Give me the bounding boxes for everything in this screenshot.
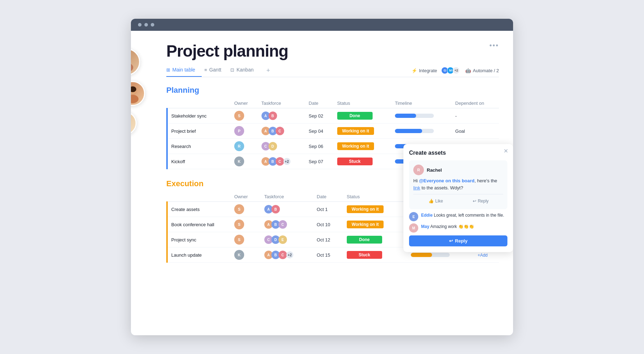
reply-action-label: Reply [478, 199, 489, 204]
taskforce-avatars: AB [261, 112, 302, 120]
col-task-planning [167, 98, 231, 108]
integrate-button[interactable]: ⚡ Integrate [412, 68, 437, 73]
taskforce-avatars: CDE [264, 235, 310, 244]
taskforce-avatars: AB [264, 205, 310, 213]
tab-gantt-label: Gantt [209, 67, 221, 73]
replies-container: EEddie Looks great, left comments in the… [409, 212, 507, 233]
reply-button-label: Reply [455, 238, 467, 244]
svg-point-0 [131, 54, 131, 63]
reply-button[interactable]: ↩ Reply [409, 235, 507, 246]
browser-bar [131, 19, 513, 31]
like-button[interactable]: 👍 Like [413, 197, 458, 205]
browser-dot-1 [138, 23, 142, 27]
task-name: Project brief [171, 129, 196, 134]
tab-main-table[interactable]: ⊞ Main table [166, 64, 202, 77]
task-date: Oct 10 [313, 217, 343, 232]
taskforce-member-avatar: B [269, 112, 277, 120]
task-date: Sep 06 [305, 139, 333, 154]
owner-avatar: K [234, 250, 244, 260]
reply-text: May Amazing work 👏👏👏 [421, 223, 474, 230]
popup-title: Create assets [409, 150, 507, 156]
task-date: Sep 04 [305, 124, 333, 139]
status-badge: Working on it [337, 142, 374, 150]
status-badge: Working on it [337, 127, 374, 135]
col-status-planning: Status [334, 98, 391, 108]
timeline-bar [395, 114, 434, 118]
col-date-execution: Date [313, 192, 343, 202]
status-badge: Working on it [347, 221, 384, 228]
add-dependent-link[interactable]: +Add [478, 253, 488, 258]
automate-button[interactable]: 🤖 Automate / 2 [465, 68, 499, 73]
col-owner-planning: Owner [231, 98, 258, 108]
tab-kanban[interactable]: ⊡ Kanban [230, 64, 260, 77]
avatar-1-image [131, 50, 139, 74]
reply-avatar: E [409, 212, 418, 221]
status-badge: Stuck [337, 158, 373, 165]
more-options-button[interactable]: ••• [489, 41, 499, 50]
reply-icon: ↩ [473, 199, 476, 204]
table-row[interactable]: Project briefPABCSep 04Working on itGoal [167, 124, 499, 139]
owner-avatar: R [234, 141, 244, 151]
owner-avatar: S [234, 204, 244, 214]
taskforce-plus-badge: +2 [286, 251, 293, 258]
rachel-avatar: R [413, 165, 424, 175]
avatar-2 [131, 81, 145, 106]
task-name: Kickoff [171, 159, 185, 164]
reply-action-button[interactable]: ↩ Reply [458, 197, 503, 205]
owner-avatar: S [234, 219, 244, 229]
comment-link[interactable]: link [413, 185, 420, 190]
taskforce-member-avatar: C [278, 251, 287, 259]
automate-icon: 🤖 [465, 68, 471, 73]
reply-author-name: Eddie [421, 213, 433, 218]
reply-button-icon: ↩ [449, 238, 453, 244]
reply-author-name: May [421, 224, 429, 229]
kanban-icon: ⊡ [230, 67, 234, 73]
reply-text: Eddie Looks great, left comments in the … [421, 212, 504, 218]
avatar-3-image [131, 113, 136, 134]
automate-label: Automate / 2 [473, 68, 499, 73]
tab-add-button[interactable]: + [263, 67, 274, 74]
tab-kanban-label: Kanban [236, 67, 253, 73]
reply-body: Looks great, left comments in the file. [433, 213, 504, 218]
tabs-row: ⊞ Main table ≡ Gantt ⊡ Kanban + ⚡ Integr… [166, 64, 499, 77]
taskforce-member-avatar: E [278, 235, 287, 244]
col-taskforce-execution: Taskforce [261, 192, 313, 202]
task-name: Project sync [171, 237, 196, 242]
task-name: Launch update [171, 252, 202, 258]
comment-text-after: to the assets. Wdyt? [420, 185, 463, 190]
comment-text-middle: , here's the [475, 178, 497, 183]
integrate-icon: ⚡ [412, 68, 417, 73]
timeline-bar [395, 129, 434, 133]
comment-actions: 👍 Like ↩ Reply [413, 194, 503, 205]
status-badge: Working on it [347, 205, 384, 213]
browser-dot-2 [144, 23, 148, 27]
dependent-cell: - [452, 108, 499, 124]
taskforce-member-avatar: B [271, 205, 280, 213]
task-name: Book conference hall [171, 222, 214, 227]
status-badge: Done [347, 236, 382, 244]
svg-point-5 [131, 95, 138, 103]
task-name: Research [171, 144, 191, 149]
taskforce-member-avatar: C [278, 220, 287, 229]
table-row[interactable]: Stakeholder syncSABSep 02Done- [167, 108, 499, 124]
popup-close-button[interactable]: ✕ [504, 148, 508, 154]
col-taskforce-planning: Taskforce [258, 98, 305, 108]
reply-body: Amazing work 👏👏👏 [429, 224, 474, 229]
comment-mention[interactable]: @Everyone on this board [419, 178, 475, 183]
like-icon: 👍 [429, 199, 434, 204]
col-task-execution [167, 192, 231, 202]
tab-gantt[interactable]: ≡ Gantt [205, 64, 228, 77]
reply-avatar: M [409, 223, 418, 233]
page-title: Project planning [166, 41, 499, 61]
col-dependent-planning: Dependent on [452, 98, 499, 108]
integrate-label: Integrate [419, 68, 437, 73]
avatar-1 [131, 48, 140, 75]
tab-main-table-label: Main table [172, 67, 195, 73]
main-table-icon: ⊞ [166, 67, 170, 73]
comment-text-before: Hi [413, 178, 419, 183]
task-date: Oct 15 [313, 247, 343, 263]
taskforce-plus-badge: +2 [283, 158, 291, 165]
taskforce-avatars: CD [261, 142, 302, 150]
gantt-icon: ≡ [205, 67, 207, 73]
reply-comment: EEddie Looks great, left comments in the… [409, 212, 507, 221]
